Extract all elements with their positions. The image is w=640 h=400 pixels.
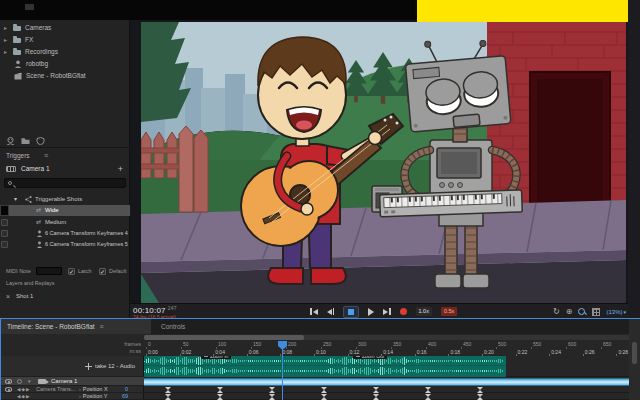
swap-shot-icon [36, 205, 41, 216]
chevron-down-icon[interactable] [28, 378, 31, 384]
trigger-item-wide[interactable]: Wide [0, 205, 130, 216]
keyframe-marker[interactable] [165, 387, 171, 393]
solo-icon[interactable] [17, 379, 22, 384]
keyframes-behavior-icon [36, 230, 43, 237]
position-y-header[interactable]: Position Y 69 [1, 393, 144, 400]
panel-menu-icon[interactable]: ≡ [100, 323, 104, 330]
trigger-group-row[interactable]: Triggerable Shots [0, 194, 130, 205]
keyframe-marker[interactable] [269, 387, 275, 393]
project-item-label: Cameras [25, 22, 51, 34]
eye-icon[interactable] [5, 379, 12, 384]
project-item-cameras[interactable]: Cameras [0, 22, 130, 34]
latch-checkbox[interactable] [68, 268, 75, 275]
folder-icon [13, 26, 21, 31]
default-label: Default [109, 265, 126, 277]
camera-track-header[interactable]: Camera 1 [1, 377, 144, 386]
keyboard-icon [6, 166, 16, 172]
remove-icon[interactable] [6, 291, 10, 302]
zoom-tool-icon[interactable] [578, 308, 586, 316]
play-button[interactable] [368, 307, 374, 317]
chevron-right-icon[interactable] [4, 34, 7, 46]
position-y-content[interactable] [144, 393, 629, 400]
scene-canvas[interactable] [141, 22, 626, 303]
chevron-down-icon[interactable] [14, 194, 17, 205]
hscrollbar-thumb[interactable] [144, 335, 304, 340]
stop-button[interactable] [343, 306, 359, 318]
grid-icon[interactable] [592, 308, 600, 316]
tab-timeline[interactable]: Timeline: Scene - RobotBGflat≡ [1, 319, 151, 334]
waveform-top [144, 357, 506, 366]
project-item-robotbg[interactable]: robotbg [0, 58, 130, 70]
chevron-right-icon[interactable] [4, 46, 7, 58]
default-checkbox[interactable] [99, 268, 106, 275]
keyframe-marker[interactable] [477, 387, 483, 393]
badge-filter-icon[interactable] [36, 137, 45, 145]
keyframe-marker[interactable] [425, 387, 431, 393]
camera-marker-icon [356, 356, 360, 357]
keyframe-marker[interactable] [165, 394, 171, 400]
keyframe-marker[interactable] [373, 387, 379, 393]
project-item-recordings[interactable]: Recordings [0, 46, 130, 58]
playhead-line[interactable] [282, 348, 283, 400]
audio-clip[interactable] [144, 356, 506, 377]
next-frame-button[interactable] [383, 307, 391, 317]
position-y-value[interactable]: 69 [122, 393, 128, 400]
marker-zoom-out[interactable]: Zoom Out [353, 356, 387, 359]
trigger-item-keyframes-4[interactable]: 6 Camera Transform Keyframes 4 [0, 228, 130, 239]
keyframe-marker[interactable] [321, 394, 327, 400]
trigger-target-row: Camera 1 + [0, 163, 130, 175]
timeline-hscrollbar[interactable] [144, 335, 629, 340]
playback-speed[interactable]: 1.0x [416, 307, 432, 316]
project-item-scene[interactable]: Scene - RobotBGflat [0, 70, 130, 82]
folder-filter-icon[interactable] [21, 137, 30, 145]
keyframe-marker[interactable] [321, 387, 327, 393]
keyframe-marker[interactable] [477, 394, 483, 400]
record-button[interactable] [400, 308, 407, 315]
keyframe-marker[interactable] [425, 394, 431, 400]
project-item-label: robotbg [26, 58, 48, 70]
go-to-start-button[interactable] [310, 307, 318, 317]
ruler-units: frames m:ss [1, 341, 141, 355]
trigger-swatch[interactable] [0, 205, 9, 216]
keyframe-nav-icons[interactable] [17, 393, 30, 400]
audio-track-header[interactable]: take 12 - Audio [1, 356, 144, 377]
center-view-icon[interactable]: ⊕ [566, 308, 573, 316]
position-x-header[interactable]: Camera Trans... Position X 0 [1, 386, 144, 393]
puppet-filter-icon[interactable] [6, 137, 15, 145]
midi-note-input[interactable] [36, 267, 62, 275]
keyframe-marker[interactable] [217, 394, 223, 400]
keyframe-marker[interactable] [269, 394, 275, 400]
eye-icon[interactable] [5, 387, 12, 392]
trigger-item-medium[interactable]: Medium [0, 217, 130, 228]
refresh-icon[interactable]: ↻ [553, 308, 560, 316]
trigger-target-label: Camera 1 [21, 163, 50, 175]
transport-controls: 1.0x 0.5x [310, 304, 457, 319]
position-x-content[interactable] [144, 386, 629, 393]
timeline-ruler[interactable]: 0501001502002503003504004505005506006507… [144, 341, 629, 356]
keyframe-marker[interactable] [217, 387, 223, 393]
trigger-item-label: 6 Camera Transform Keyframes 4 [45, 228, 128, 239]
keyframe-nav-icons[interactable] [17, 386, 30, 393]
marker-zoom-in[interactable]: Zoom In [201, 356, 231, 359]
trigger-key-box[interactable] [1, 241, 8, 248]
timeline-vscrollbar[interactable] [632, 342, 637, 364]
previous-frame-button[interactable] [327, 307, 335, 317]
trigger-item-keyframes-5[interactable]: 6 Camera Transform Keyframes 5 [0, 239, 130, 250]
chevron-right-icon[interactable] [4, 22, 7, 34]
add-trigger-button[interactable]: + [118, 163, 123, 175]
keyframe-marker[interactable] [373, 394, 379, 400]
trigger-key-box[interactable] [1, 219, 8, 226]
camera-marker-icon [204, 356, 208, 357]
shot-row[interactable]: Shot 1 [0, 291, 130, 302]
live-speed[interactable]: 0.5x [441, 307, 457, 316]
trigger-search-input[interactable] [4, 178, 126, 188]
position-x-value[interactable]: 0 [125, 386, 128, 393]
trigger-key-box[interactable] [1, 230, 8, 237]
panel-menu-icon[interactable]: ≡ [44, 152, 48, 159]
project-item-fx[interactable]: FX [0, 34, 130, 46]
camera-clip-bar[interactable] [144, 378, 629, 386]
camera-icon [38, 379, 46, 384]
timeline-tab-bar: Timeline: Scene - RobotBGflat≡ Controls [1, 319, 639, 334]
tab-controls[interactable]: Controls [161, 319, 185, 334]
zoom-level-dropdown[interactable]: (13%) [606, 309, 626, 315]
